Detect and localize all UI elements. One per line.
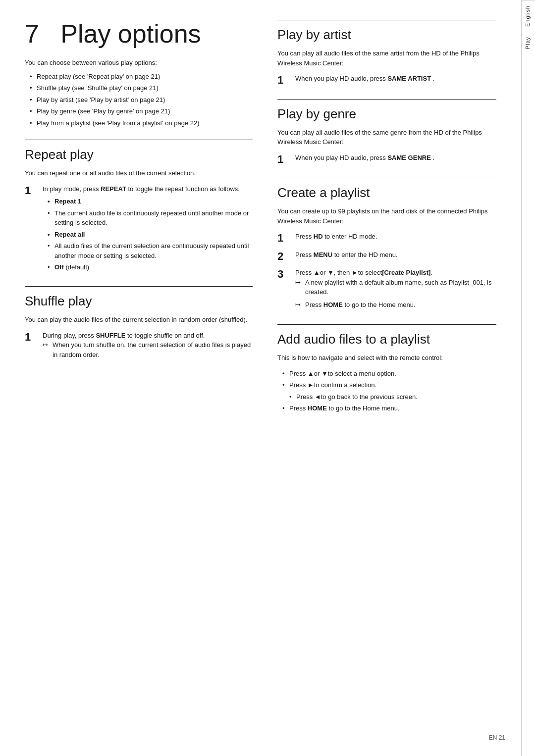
shuffle-arrow-text: When you turn shuffle on, the current se… — [53, 341, 251, 358]
artist-divider — [277, 20, 496, 20]
repeat-sub-list: Repeat 1 The current audio file is conti… — [43, 197, 253, 272]
step-prefix: Press — [295, 233, 314, 240]
shuffle-play-step1: 1 During play, press SHUFFLE to toggle s… — [25, 331, 253, 363]
step-bold: SHUFFLE — [96, 332, 125, 339]
playlist-arrow1: A new playlist with a default album name… — [295, 278, 496, 297]
intro-section: You can choose between various play opti… — [25, 58, 253, 128]
chapter-number: 7 — [25, 19, 39, 48]
shuffle-play-intro: You can play the audio files of the curr… — [25, 315, 253, 325]
step-suffix: to enter the HD menu. — [332, 251, 398, 258]
page-container: 7 Play options You can choose between va… — [0, 0, 535, 756]
repeat-play-section: Repeat play You can repeat one or all au… — [25, 147, 253, 274]
list-item: Press ◄to go back to the previous screen… — [282, 392, 496, 402]
side-tab-play: Play — [522, 32, 535, 54]
step-content: Press MENU to enter the HD menu. — [295, 250, 496, 260]
add-audio-divider — [277, 324, 496, 325]
list-item: Play from a playlist (see 'Play from a p… — [30, 118, 253, 128]
list-item: Play by genre (see 'Play by genre' on pa… — [30, 106, 253, 116]
play-by-genre-section: Play by genre You can play all audio fil… — [277, 106, 496, 166]
playlist-step3: 3 Press ▲or ▼, then ►to select[Create Pl… — [277, 268, 496, 312]
step-content: Press HD to enter HD mode. — [295, 232, 496, 242]
create-playlist-intro: You can create up to 99 playlists on the… — [277, 206, 496, 226]
genre-step1: 1 When you play HD audio, press SAME GEN… — [277, 153, 496, 166]
repeat-play-step1: 1 In play mode, press REPEAT to toggle t… — [25, 184, 253, 274]
list-item: Repeat all — [48, 230, 253, 240]
step-number: 1 — [277, 232, 291, 245]
arrow-suffix: to go to the Home menu. — [343, 301, 416, 308]
arrow-bold: HOME — [323, 301, 343, 308]
create-playlist-section: Create a playlist You can create up to 9… — [277, 185, 496, 312]
list-item: Press ►to confirm a selection. — [282, 380, 496, 390]
list-item: Repeat 1 — [48, 197, 253, 206]
shuffle-play-section: Shuffle play You can play the audio file… — [25, 294, 253, 362]
step-bold: REPEAT — [101, 185, 126, 193]
arrow-prefix: Press — [305, 301, 323, 308]
step-text-prefix: When you play HD audio, press — [295, 154, 387, 161]
step-bold: SAME ARTIST — [387, 75, 431, 82]
step-number: 1 — [277, 74, 291, 87]
list-item: Repeat play (see 'Repeat play' on page 2… — [30, 72, 253, 82]
step-bold: SAME GENRE — [387, 154, 430, 161]
genre-divider — [277, 99, 496, 100]
step-prefix: Press ▲or ▼, then ►to select — [295, 269, 382, 276]
play-by-artist-section: Play by artist You can play all audio fi… — [277, 27, 496, 87]
list-item: Off (default) — [48, 262, 253, 272]
add-audio-section: Add audio files to a playlist This is ho… — [277, 332, 496, 413]
side-tab: English Play — [521, 0, 535, 756]
repeat-play-intro: You can repeat one or all audio files of… — [25, 168, 253, 178]
step-content: During play, press SHUFFLE to toggle shu… — [43, 331, 253, 363]
step-bold: HD — [314, 233, 323, 240]
arrow-text: A new playlist with a default album name… — [305, 279, 491, 296]
artist-step1: 1 When you play HD audio, press SAME ART… — [277, 74, 496, 87]
main-content: 7 Play options You can choose between va… — [0, 0, 521, 756]
playlist-divider — [277, 178, 496, 178]
step-text-suffix: to toggle the repeat function as follows… — [126, 185, 240, 193]
step-number: 1 — [25, 331, 39, 344]
step-content: Press ▲or ▼, then ►to select[Create Play… — [295, 268, 496, 312]
add-audio-intro: This is how to navigate and select with … — [277, 353, 496, 363]
step-content: In play mode, press REPEAT to toggle the… — [43, 184, 253, 274]
list-item: Play by artist (see 'Play by artist' on … — [30, 95, 253, 105]
page-footer: EN 21 — [489, 734, 505, 741]
shuffle-play-title: Shuffle play — [25, 294, 253, 309]
playlist-step2: 2 Press MENU to enter the HD menu. — [277, 250, 496, 263]
create-playlist-title: Create a playlist — [277, 185, 496, 201]
step-bold: [Create Playlist] — [382, 269, 430, 276]
step-suffix: to enter HD mode. — [323, 233, 377, 240]
repeat-play-title: Repeat play — [25, 147, 253, 162]
step-text-prefix: When you play HD audio, press — [295, 75, 387, 82]
play-by-artist-intro: You can play all audio files of the same… — [277, 49, 496, 68]
playlist-step1: 1 Press HD to enter HD mode. — [277, 232, 496, 245]
step-prefix: Press — [295, 251, 314, 258]
playlist-arrow2: Press HOME to go to the Home menu. — [295, 300, 496, 310]
step-text-prefix: In play mode, press — [43, 185, 101, 193]
right-column: Play by artist You can play all audio fi… — [272, 20, 496, 736]
step-text-suffix: . — [431, 75, 434, 82]
add-audio-bullets: Press ▲or ▼to select a menu option. Pres… — [277, 369, 496, 413]
step-suffix: . — [430, 269, 432, 276]
play-by-genre-intro: You can play all audio files of the same… — [277, 128, 496, 147]
step-content: When you play HD audio, press SAME ARTIS… — [295, 74, 496, 84]
list-item: Shuffle play (see 'Shuffle play' on page… — [30, 83, 253, 93]
list-item: The current audio file is continuously r… — [48, 208, 253, 228]
list-item: Press HOME to go to the Home menu. — [282, 403, 496, 413]
play-by-genre-title: Play by genre — [277, 106, 496, 122]
list-item: Press ▲or ▼to select a menu option. — [282, 369, 496, 379]
shuffle-arrow-item: When you turn shuffle on, the current se… — [43, 340, 253, 359]
step-bold: MENU — [314, 251, 332, 258]
step-text-suffix: . — [431, 154, 434, 161]
step-text-suffix: to toggle shuffle on and off. — [125, 332, 205, 339]
step-text-prefix: During play, press — [43, 332, 96, 339]
page-title-text: Play options — [60, 19, 201, 48]
add-audio-title: Add audio files to a playlist — [277, 332, 496, 347]
step-number: 1 — [277, 153, 291, 166]
list-item: All audio files of the current selection… — [48, 241, 253, 260]
intro-text: You can choose between various play opti… — [25, 58, 253, 68]
step-number: 2 — [277, 250, 291, 263]
step-number: 3 — [277, 268, 291, 281]
left-column: 7 Play options You can choose between va… — [25, 20, 272, 736]
intro-bullets: Repeat play (see 'Repeat play' on page 2… — [25, 72, 253, 128]
step-number: 1 — [25, 184, 39, 197]
page-title: 7 Play options — [25, 20, 253, 48]
shuffle-play-divider — [25, 286, 253, 287]
